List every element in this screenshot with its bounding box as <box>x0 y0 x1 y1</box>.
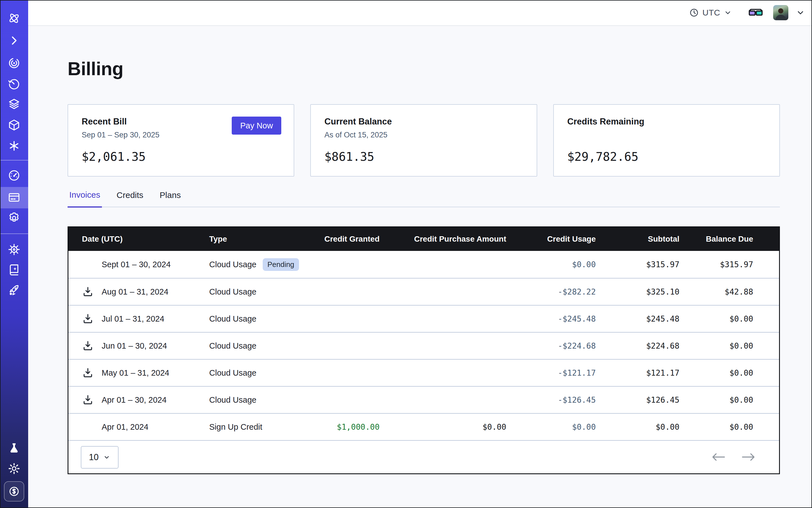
sidebar-item-services[interactable] <box>8 139 20 152</box>
sidebar-item-fleet[interactable] <box>8 243 20 256</box>
invoice-type: Sign Up Credit <box>209 422 262 432</box>
credit-usage-cell: -$224.68 <box>506 341 596 350</box>
download-invoice-icon[interactable] <box>82 367 94 379</box>
chevron-down-icon <box>103 454 111 461</box>
card-subtitle: As of Oct 15, 2025 <box>324 131 523 139</box>
asterisk-icon <box>8 139 20 152</box>
invoice-date: Jul 01 – 31, 2024 <box>102 314 164 324</box>
tab-plans[interactable]: Plans <box>158 190 182 207</box>
scan-eye-icon <box>8 56 20 70</box>
credit-usage-cell: -$121.17 <box>506 368 596 378</box>
sidebar-item-docs[interactable] <box>8 263 20 276</box>
sidebar-item-layers[interactable] <box>8 98 20 111</box>
sidebar-divider <box>0 234 28 234</box>
col-header-type: Type <box>209 235 322 244</box>
col-header-credit-usage: Credit Usage <box>506 235 596 244</box>
balance-due-cell: $0.00 <box>679 368 753 378</box>
tab-invoices[interactable]: Invoices <box>68 190 102 208</box>
balance-due-cell: $42.88 <box>679 287 753 297</box>
sidebar-divider <box>0 160 28 161</box>
sidebar-item-history[interactable] <box>8 77 20 90</box>
user-avatar[interactable] <box>773 5 788 20</box>
balance-due-cell: $0.00 <box>679 341 753 350</box>
subtotal-cell: $245.48 <box>596 314 679 324</box>
credits-remaining-amount: $29,782.65 <box>567 150 639 164</box>
icon-spacer <box>82 258 94 270</box>
invoice-date: Aug 01 – 31, 2024 <box>102 287 168 297</box>
invoice-date: Jun 01 – 30, 2024 <box>102 341 167 350</box>
credit-purchase-cell: $0.00 <box>380 422 506 432</box>
subtotal-cell: $126.45 <box>596 395 679 405</box>
page-size-select[interactable]: 10 <box>81 446 119 469</box>
arrow-right-icon <box>741 453 755 461</box>
sun-icon <box>8 462 20 475</box>
balance-due-cell: $0.00 <box>679 422 753 432</box>
download-invoice-icon[interactable] <box>82 286 94 298</box>
balance-due-cell: $0.00 <box>679 314 753 324</box>
sidebar-item-resources[interactable] <box>8 119 20 131</box>
card-title: Current Balance <box>324 117 523 127</box>
table-header-row: Date (UTC) Type Credit Granted Credit Pu… <box>69 227 779 251</box>
3d-glasses-icon <box>749 8 763 18</box>
col-header-date: Date (UTC) <box>69 235 209 244</box>
cube-icon <box>8 119 20 131</box>
credit-usage-cell: -$126.45 <box>506 395 596 405</box>
3d-glasses-button[interactable] <box>749 8 763 18</box>
tab-credits[interactable]: Credits <box>115 190 145 207</box>
prev-page-button[interactable] <box>712 453 725 461</box>
sidebar-item-labs[interactable] <box>8 442 20 455</box>
sidebar-item-billing[interactable] <box>8 191 20 204</box>
credit-usage-cell: $0.00 <box>506 260 596 269</box>
subtotal-cell: $224.68 <box>596 341 679 350</box>
page-title: Billing <box>68 58 123 79</box>
sidebar-item-settings[interactable] <box>8 211 20 224</box>
download-invoice-icon[interactable] <box>82 313 94 325</box>
app-logo[interactable] <box>8 12 20 25</box>
credit-card-icon <box>8 191 20 204</box>
sidebar-item-usage[interactable] <box>8 169 20 182</box>
invoice-date: May 01 – 31, 2024 <box>102 368 169 378</box>
subtotal-cell: $325.10 <box>596 287 679 297</box>
gear-icon <box>8 211 20 224</box>
topbar: UTC <box>28 0 812 26</box>
timezone-label: UTC <box>702 8 720 17</box>
sidebar-item-launch[interactable] <box>8 284 20 297</box>
card-title: Credits Remaining <box>567 117 766 127</box>
ship-wheel-icon <box>8 243 20 256</box>
invoice-row: May 01 – 31, 2024 Cloud Usage -$121.17 $… <box>69 359 779 386</box>
next-page-button[interactable] <box>741 453 755 461</box>
pending-badge: Pending <box>263 258 299 271</box>
credit-granted-cell: $1,000.00 <box>322 422 380 432</box>
current-balance-amount: $861.35 <box>324 150 374 164</box>
theme-toggle[interactable] <box>8 462 20 475</box>
timezone-selector[interactable]: UTC <box>689 8 732 18</box>
avatar-photo <box>773 5 788 20</box>
download-invoice-icon[interactable] <box>82 340 94 352</box>
layers-icon <box>8 98 20 111</box>
sidebar-item-expand[interactable] <box>8 34 20 47</box>
book-sparkle-icon <box>8 263 20 276</box>
invoice-type: Cloud Usage <box>209 314 256 324</box>
invoice-date: Sept 01 – 30, 2024 <box>102 260 171 269</box>
invoice-row: Aug 01 – 31, 2024 Cloud Usage -$282.22 $… <box>69 278 779 305</box>
invoices-table: Date (UTC) Type Credit Granted Credit Pu… <box>68 226 780 474</box>
badge-dollar-icon <box>8 485 20 498</box>
balance-due-cell: $0.00 <box>679 395 753 405</box>
credits-rewards-button[interactable] <box>4 481 24 502</box>
icon-spacer <box>82 421 94 433</box>
sidebar-item-observe[interactable] <box>8 56 20 70</box>
table-footer: 10 <box>69 440 779 473</box>
download-invoice-icon[interactable] <box>82 394 94 406</box>
clock-icon <box>689 8 699 18</box>
pay-now-button[interactable]: Pay Now <box>232 117 281 135</box>
credit-usage-cell: -$245.48 <box>506 314 596 324</box>
invoice-type: Cloud Usage <box>209 395 256 405</box>
col-header-subtotal: Subtotal <box>596 235 679 244</box>
account-menu-chevron[interactable] <box>796 8 805 17</box>
invoice-row: Jun 01 – 30, 2024 Cloud Usage -$224.68 $… <box>69 332 779 359</box>
page-size-value: 10 <box>89 452 98 462</box>
chevron-down-icon <box>796 8 805 17</box>
billing-console: UTC Billing Recent Bill Sep 01 – Sep 30,… <box>0 0 812 508</box>
chevron-right-icon <box>8 34 20 47</box>
subtotal-cell: $315.97 <box>596 260 679 269</box>
